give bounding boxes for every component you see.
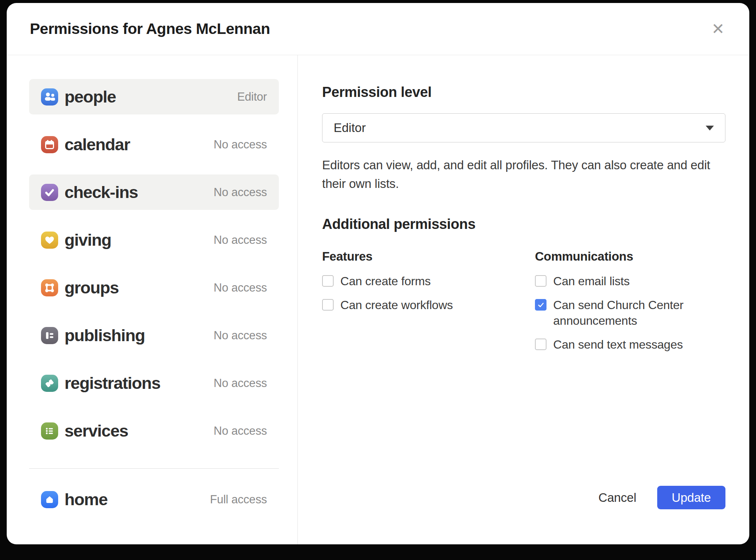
sidebar-item-registrations[interactable]: registrations No access [29, 365, 279, 401]
checkbox-box[interactable] [535, 299, 546, 311]
checkbox-label: Can email lists [553, 273, 630, 289]
checkbox-box[interactable] [322, 275, 334, 287]
checkbox-can-create-workflows[interactable]: Can create workflows [322, 297, 535, 313]
modal-footer: Cancel Update [598, 486, 725, 509]
communications-column: Communications Can email lists Can send … [535, 249, 725, 361]
apps-sidebar: people Editor calendar No access [7, 55, 298, 544]
checkbox-can-email-lists[interactable]: Can email lists [535, 273, 725, 289]
app-access-level: No access [214, 281, 267, 295]
modal-header: Permissions for Agnes McLennan ✕ [7, 3, 749, 55]
services-app-icon [41, 422, 58, 440]
features-column: Features Can create forms Can create wor… [322, 249, 535, 361]
groups-app-icon [41, 279, 58, 296]
close-icon[interactable]: ✕ [709, 20, 727, 38]
permission-level-heading: Permission level [322, 84, 725, 100]
app-label: publishing [64, 326, 145, 345]
cancel-button[interactable]: Cancel [598, 491, 636, 505]
checkbox-label: Can send text messages [553, 337, 683, 352]
app-access-level: No access [214, 377, 267, 390]
features-heading: Features [322, 249, 535, 264]
sidebar-item-calendar[interactable]: calendar No access [29, 127, 279, 162]
app-access-level: No access [214, 186, 267, 199]
update-button[interactable]: Update [657, 486, 725, 509]
checkbox-box[interactable] [322, 299, 334, 311]
additional-permissions-heading: Additional permissions [322, 216, 725, 232]
checkbox-can-send-church-center-announcements[interactable]: Can send Church Center announcements [535, 297, 725, 328]
giving-app-icon [41, 232, 58, 249]
app-access-level: No access [214, 233, 267, 247]
sidebar-item-services[interactable]: services No access [29, 413, 279, 449]
app-label: check-ins [64, 183, 138, 202]
app-label: groups [64, 278, 119, 298]
permission-level-select[interactable]: Editor [322, 113, 725, 142]
registrations-app-icon [41, 375, 58, 392]
sidebar-item-home[interactable]: home Full access [29, 482, 279, 517]
checkbox-box[interactable] [535, 339, 546, 350]
app-label: services [64, 421, 128, 441]
app-access-level: No access [214, 424, 267, 438]
checkbox-label: Can send Church Center announcements [553, 297, 725, 328]
people-app-icon [41, 88, 58, 106]
sidebar-item-people[interactable]: people Editor [29, 79, 279, 114]
modal-title: Permissions for Agnes McLennan [30, 20, 270, 38]
app-label: registrations [64, 374, 160, 393]
permission-detail-panel: Permission level Editor Editors can view… [298, 55, 749, 544]
checkbox-label: Can create forms [340, 273, 431, 289]
sidebar-item-check-ins[interactable]: check-ins No access [29, 174, 279, 210]
app-label: people [64, 87, 116, 107]
sidebar-divider [29, 468, 279, 469]
permissions-modal: Permissions for Agnes McLennan ✕ people … [7, 3, 749, 544]
checkbox-label: Can create workflows [340, 297, 453, 313]
home-app-icon [41, 491, 58, 508]
sidebar-item-groups[interactable]: groups No access [29, 270, 279, 305]
calendar-app-icon [41, 136, 58, 153]
checkbox-can-send-text-messages[interactable]: Can send text messages [535, 337, 725, 352]
chevron-down-icon [706, 126, 714, 130]
check-ins-app-icon [41, 184, 58, 201]
permission-level-selected-value: Editor [334, 121, 366, 135]
modal-body: people Editor calendar No access [7, 55, 749, 544]
sidebar-item-giving[interactable]: giving No access [29, 222, 279, 258]
additional-permissions-columns: Features Can create forms Can create wor… [322, 249, 725, 361]
app-access-level: Full access [210, 493, 267, 506]
checkbox-can-create-forms[interactable]: Can create forms [322, 273, 535, 289]
publishing-app-icon [41, 327, 58, 344]
app-label: home [64, 490, 107, 509]
screen-background: { "header": { "title": "Permissions for … [0, 0, 756, 560]
app-access-level: Editor [237, 90, 267, 104]
app-access-level: No access [214, 138, 267, 151]
checkbox-box[interactable] [535, 275, 546, 287]
permission-level-description: Editors can view, add, and edit all prof… [322, 156, 725, 193]
app-label: calendar [64, 135, 130, 154]
communications-heading: Communications [535, 249, 725, 264]
app-access-level: No access [214, 329, 267, 342]
app-label: giving [64, 230, 111, 250]
sidebar-item-publishing[interactable]: publishing No access [29, 318, 279, 353]
